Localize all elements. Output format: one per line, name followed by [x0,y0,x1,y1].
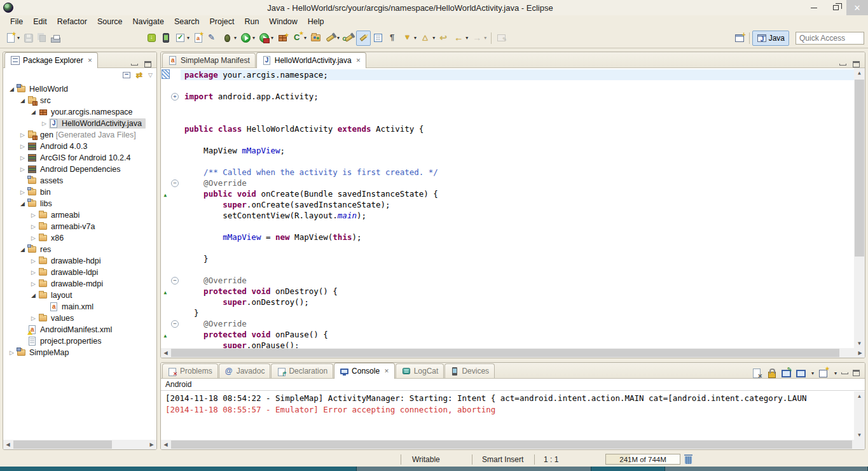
scroll-lock-icon[interactable] [766,368,776,378]
tree-item-res[interactable]: ◢res [3,244,156,255]
print-button[interactable] [48,31,63,46]
tree-item-android-dependencies[interactable]: ▷Android Dependencies [3,164,156,175]
code-line[interactable]: setContentView(R.layout.main); [161,210,854,221]
pin-console-icon[interactable] [781,368,791,378]
menu-project[interactable]: Project [205,16,240,27]
scroll-right-icon[interactable]: ▶ [147,440,156,449]
new-wizard-button[interactable]: ▾ [4,31,22,46]
menu-source[interactable]: Source [92,16,128,27]
tree-item-armeabi-v7a[interactable]: ▷armeabi-v7a [3,221,156,232]
console-hscrollbar[interactable]: ◀ [161,440,865,449]
forward-history-dropdown-icon[interactable]: ▾ [484,35,486,41]
tab-problems[interactable]: Problems [162,363,218,378]
tab-console[interactable]: Console✕ [334,363,395,379]
back-history-dropdown-icon[interactable]: ▾ [465,35,468,41]
expand-collapsed-icon[interactable]: ▷ [18,132,27,138]
link-with-editor-icon[interactable]: ⇄ [136,71,142,80]
code-line[interactable]: mMapView = new MapView(this); [161,232,854,243]
run-garbage-collector-button[interactable] [684,454,692,464]
debug-dropdown-icon[interactable]: ▾ [234,35,237,41]
new-package-button[interactable] [275,31,290,46]
new-class-dropdown-icon[interactable]: ▾ [304,35,307,41]
code-line[interactable]: } [161,253,854,264]
code-line[interactable] [161,113,854,123]
close-tab-icon[interactable]: ✕ [384,368,389,374]
forward-history-button[interactable]: ▾ [470,31,488,46]
open-console-icon[interactable] [818,368,829,378]
collapse-all-icon[interactable] [123,72,130,78]
scroll-down-icon[interactable]: ▼ [854,339,865,348]
pin-editor-button[interactable] [494,31,509,46]
expand-collapsed-icon[interactable]: ▷ [18,166,27,172]
code-line[interactable] [161,264,854,275]
menu-help[interactable]: Help [303,16,329,27]
menu-run[interactable]: Run [239,16,264,27]
close-tab-icon[interactable]: ✕ [356,57,361,64]
code-line[interactable]: import android.app.Activity; [161,91,854,102]
tree-item-android-4-0-3[interactable]: ▷Android 4.0.3 [3,141,156,152]
mark-occurrences-button[interactable] [356,31,371,46]
scroll-left-icon[interactable]: ◀ [161,348,170,358]
tree-item-armeabi[interactable]: ▷armeabi [3,209,156,221]
code-line[interactable]: public void onCreate(Bundle savedInstanc… [161,188,854,199]
last-edit-location-button[interactable] [437,31,451,46]
maximize-view-button[interactable] [144,61,151,67]
tree-item-x86[interactable]: ▷x86 [3,232,156,244]
tree-item-helloworld[interactable]: ◢HelloWorld [3,83,156,95]
tree-item-bin[interactable]: ▷bin [3,186,156,198]
tree-item-layout[interactable]: ◢layout [3,290,156,301]
console-vscrollbar[interactable]: ▲ ▼ [854,391,865,440]
tree-item-helloworldactivity-java[interactable]: ▷JHelloWorldActivity.java [3,118,156,129]
hscroll-thumb[interactable] [171,349,839,357]
expand-collapsed-icon[interactable]: ▷ [29,235,38,241]
code-line[interactable]: protected void onPause() { [161,329,854,340]
code-line[interactable]: super.onDestroy(); [161,297,854,307]
menu-navigate[interactable]: Navigate [128,16,169,27]
tab-declaration[interactable]: Declaration [271,363,333,378]
close-view-icon[interactable]: ✕ [88,57,93,64]
console-output[interactable]: Android [2014-11-18 08:54:22 - SimpleMap… [161,379,865,440]
code-line[interactable] [161,102,854,113]
fold-expanded-icon[interactable] [170,275,181,286]
new-class-button[interactable]: ▾ [290,31,308,46]
expand-collapsed-icon[interactable]: ▷ [29,212,38,218]
code-line[interactable]: @Override [161,275,854,286]
package-explorer-hscrollbar[interactable]: ◀ ▶ [3,440,156,449]
code-line[interactable] [161,156,854,167]
expand-collapsed-icon[interactable]: ▷ [29,258,38,264]
maximize-view-button[interactable] [853,370,860,376]
scroll-left-icon[interactable]: ◀ [3,440,13,449]
run-button[interactable]: ▾ [238,31,257,46]
code-editor[interactable]: package your.arcgis.namespace;import and… [161,68,865,348]
external-tools-dropdown-icon[interactable]: ▾ [271,35,273,41]
previous-annotation-button[interactable]: ▾ [418,31,437,46]
code-line[interactable]: super.onPause(); [161,340,854,348]
expand-collapsed-icon[interactable]: ▷ [29,269,38,276]
next-annotation-dropdown-icon[interactable]: ▾ [414,35,417,41]
avd-manager-button[interactable] [159,31,173,46]
fold-expanded-icon[interactable] [170,178,181,188]
expand-expanded-icon[interactable]: ◢ [18,97,27,104]
run-dropdown-icon[interactable]: ▾ [252,35,255,41]
save-button[interactable] [22,31,36,46]
tab-package-explorer[interactable]: Package Explorer ✕ [4,52,98,68]
minimize-window-button[interactable] [803,0,825,15]
tab-simplemap-manifest[interactable]: aSimpleMap Manifest [162,53,256,67]
code-line[interactable]: package your.arcgis.namespace; [161,69,854,80]
code-line[interactable]: } [161,307,854,318]
close-window-button[interactable]: ✕ [846,0,868,15]
search-button[interactable]: ▾ [323,31,341,46]
show-selected-element-button[interactable] [371,31,385,46]
tree-item-assets[interactable]: assets [3,175,156,186]
back-history-button[interactable]: ▾ [451,31,470,46]
expand-collapsed-icon[interactable]: ▷ [29,223,38,230]
menu-file[interactable]: File [5,16,28,27]
open-type-button[interactable] [308,31,323,46]
tree-item-values[interactable]: ▷values [3,313,156,324]
next-annotation-button[interactable]: ▾ [400,31,418,46]
menu-window[interactable]: Window [264,16,302,27]
open-element-button[interactable] [205,31,220,46]
restore-window-button[interactable] [825,0,846,15]
code-line[interactable]: public class HelloWorldActivity extends … [161,123,854,134]
previous-annotation-dropdown-icon[interactable]: ▾ [432,35,435,41]
